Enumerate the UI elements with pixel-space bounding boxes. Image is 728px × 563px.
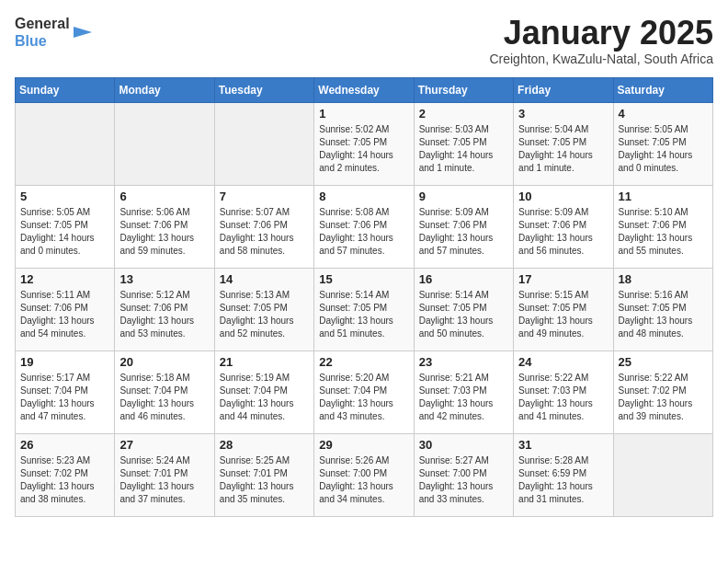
day-number: 18 xyxy=(619,272,708,286)
day-number: 31 xyxy=(518,438,608,452)
day-number: 10 xyxy=(518,190,608,203)
calendar-cell: 1Sunrise: 5:02 AMSunset: 7:05 PMDaylight… xyxy=(314,102,414,185)
day-number: 8 xyxy=(319,190,408,203)
day-info: Sunrise: 5:07 AMSunset: 7:06 PMDaylight:… xyxy=(220,206,309,258)
day-info: Sunrise: 5:24 AMSunset: 7:01 PMDaylight:… xyxy=(119,454,209,506)
calendar-cell: 21Sunrise: 5:19 AMSunset: 7:04 PMDayligh… xyxy=(214,350,313,433)
calendar-cell: 8Sunrise: 5:08 AMSunset: 7:06 PMDaylight… xyxy=(314,185,414,268)
calendar-cell: 30Sunrise: 5:27 AMSunset: 7:00 PMDayligh… xyxy=(414,433,513,516)
day-number: 2 xyxy=(419,107,508,121)
day-info: Sunrise: 5:25 AMSunset: 7:01 PMDaylight:… xyxy=(220,454,309,506)
day-info: Sunrise: 5:19 AMSunset: 7:04 PMDaylight:… xyxy=(220,372,309,423)
day-info: Sunrise: 5:20 AMSunset: 7:04 PMDaylight:… xyxy=(319,372,408,423)
calendar-cell xyxy=(613,433,712,516)
day-number: 21 xyxy=(220,355,309,369)
calendar-cell xyxy=(214,102,313,185)
calendar-cell: 24Sunrise: 5:22 AMSunset: 7:03 PMDayligh… xyxy=(514,350,613,433)
calendar-cell: 11Sunrise: 5:10 AMSunset: 7:06 PMDayligh… xyxy=(613,185,712,268)
day-info: Sunrise: 5:03 AMSunset: 7:05 PMDaylight:… xyxy=(419,123,508,175)
weekday-header-friday: Friday xyxy=(514,77,613,102)
day-info: Sunrise: 5:22 AMSunset: 7:03 PMDaylight:… xyxy=(518,372,608,423)
day-info: Sunrise: 5:26 AMSunset: 7:00 PMDaylight:… xyxy=(319,454,408,506)
svg-marker-0 xyxy=(74,27,92,38)
day-info: Sunrise: 5:27 AMSunset: 7:00 PMDaylight:… xyxy=(419,454,508,506)
day-number: 14 xyxy=(220,272,309,286)
day-info: Sunrise: 5:28 AMSunset: 6:59 PMDaylight:… xyxy=(518,454,608,506)
day-number: 3 xyxy=(518,107,608,121)
calendar-cell: 3Sunrise: 5:04 AMSunset: 7:05 PMDaylight… xyxy=(514,102,613,185)
calendar-cell: 22Sunrise: 5:20 AMSunset: 7:04 PMDayligh… xyxy=(314,350,414,433)
calendar-cell: 26Sunrise: 5:23 AMSunset: 7:02 PMDayligh… xyxy=(16,433,115,516)
weekday-header-sunday: Sunday xyxy=(16,77,115,102)
day-info: Sunrise: 5:23 AMSunset: 7:02 PMDaylight:… xyxy=(20,454,109,506)
day-number: 15 xyxy=(319,272,408,286)
location-subtitle: Creighton, KwaZulu-Natal, South Africa xyxy=(489,52,713,66)
day-info: Sunrise: 5:09 AMSunset: 7:06 PMDaylight:… xyxy=(518,206,608,258)
day-number: 12 xyxy=(20,272,109,286)
calendar-cell: 28Sunrise: 5:25 AMSunset: 7:01 PMDayligh… xyxy=(214,433,313,516)
day-info: Sunrise: 5:05 AMSunset: 7:05 PMDaylight:… xyxy=(20,206,109,258)
day-info: Sunrise: 5:08 AMSunset: 7:06 PMDaylight:… xyxy=(319,206,408,258)
calendar-cell: 19Sunrise: 5:17 AMSunset: 7:04 PMDayligh… xyxy=(16,350,115,433)
day-info: Sunrise: 5:14 AMSunset: 7:05 PMDaylight:… xyxy=(419,289,508,340)
calendar-cell: 23Sunrise: 5:21 AMSunset: 7:03 PMDayligh… xyxy=(414,350,513,433)
page-header: General Blue January 2025 Creighton, Kwa… xyxy=(15,15,713,66)
day-number: 22 xyxy=(319,355,408,369)
calendar-cell: 18Sunrise: 5:16 AMSunset: 7:05 PMDayligh… xyxy=(613,268,712,350)
weekday-header-tuesday: Tuesday xyxy=(214,77,313,102)
day-number: 28 xyxy=(220,438,309,452)
calendar-cell: 9Sunrise: 5:09 AMSunset: 7:06 PMDaylight… xyxy=(414,185,513,268)
day-info: Sunrise: 5:15 AMSunset: 7:05 PMDaylight:… xyxy=(518,289,608,340)
day-number: 17 xyxy=(518,272,608,286)
logo-arrow-icon xyxy=(74,23,92,41)
calendar-cell xyxy=(115,102,214,185)
calendar-cell: 2Sunrise: 5:03 AMSunset: 7:05 PMDaylight… xyxy=(414,102,513,185)
title-block: January 2025 Creighton, KwaZulu-Natal, S… xyxy=(489,15,713,66)
day-info: Sunrise: 5:18 AMSunset: 7:04 PMDaylight:… xyxy=(119,372,209,423)
day-number: 19 xyxy=(20,355,109,369)
calendar-cell: 31Sunrise: 5:28 AMSunset: 6:59 PMDayligh… xyxy=(514,433,613,516)
weekday-header-saturday: Saturday xyxy=(613,77,712,102)
weekday-header-monday: Monday xyxy=(115,77,214,102)
weekday-header-wednesday: Wednesday xyxy=(314,77,414,102)
calendar-cell: 6Sunrise: 5:06 AMSunset: 7:06 PMDaylight… xyxy=(115,185,214,268)
calendar-cell: 10Sunrise: 5:09 AMSunset: 7:06 PMDayligh… xyxy=(514,185,613,268)
day-number: 16 xyxy=(419,272,508,286)
day-number: 1 xyxy=(319,107,408,121)
calendar-cell: 16Sunrise: 5:14 AMSunset: 7:05 PMDayligh… xyxy=(414,268,513,350)
calendar-cell: 12Sunrise: 5:11 AMSunset: 7:06 PMDayligh… xyxy=(16,268,115,350)
calendar-cell xyxy=(16,102,115,185)
logo: General Blue xyxy=(15,15,92,50)
day-info: Sunrise: 5:22 AMSunset: 7:02 PMDaylight:… xyxy=(619,372,708,423)
day-number: 23 xyxy=(419,355,508,369)
day-info: Sunrise: 5:10 AMSunset: 7:06 PMDaylight:… xyxy=(619,206,708,258)
day-info: Sunrise: 5:02 AMSunset: 7:05 PMDaylight:… xyxy=(319,123,408,175)
day-info: Sunrise: 5:16 AMSunset: 7:05 PMDaylight:… xyxy=(619,289,708,340)
day-info: Sunrise: 5:09 AMSunset: 7:06 PMDaylight:… xyxy=(419,206,508,258)
day-number: 11 xyxy=(619,190,708,203)
day-info: Sunrise: 5:21 AMSunset: 7:03 PMDaylight:… xyxy=(419,372,508,423)
month-title: January 2025 xyxy=(489,15,713,52)
day-info: Sunrise: 5:14 AMSunset: 7:05 PMDaylight:… xyxy=(319,289,408,340)
calendar-cell: 20Sunrise: 5:18 AMSunset: 7:04 PMDayligh… xyxy=(115,350,214,433)
logo-text: General Blue xyxy=(15,15,70,50)
day-info: Sunrise: 5:05 AMSunset: 7:05 PMDaylight:… xyxy=(619,123,708,175)
day-info: Sunrise: 5:11 AMSunset: 7:06 PMDaylight:… xyxy=(20,289,109,340)
day-number: 20 xyxy=(119,355,209,369)
calendar-cell: 27Sunrise: 5:24 AMSunset: 7:01 PMDayligh… xyxy=(115,433,214,516)
day-number: 25 xyxy=(619,355,708,369)
calendar-table: SundayMondayTuesdayWednesdayThursdayFrid… xyxy=(15,77,713,517)
calendar-cell: 29Sunrise: 5:26 AMSunset: 7:00 PMDayligh… xyxy=(314,433,414,516)
day-info: Sunrise: 5:17 AMSunset: 7:04 PMDaylight:… xyxy=(20,372,109,423)
day-number: 7 xyxy=(220,190,309,203)
day-number: 30 xyxy=(419,438,508,452)
day-number: 6 xyxy=(119,190,209,203)
calendar-cell: 15Sunrise: 5:14 AMSunset: 7:05 PMDayligh… xyxy=(314,268,414,350)
day-number: 5 xyxy=(20,190,109,203)
calendar-cell: 25Sunrise: 5:22 AMSunset: 7:02 PMDayligh… xyxy=(613,350,712,433)
day-info: Sunrise: 5:06 AMSunset: 7:06 PMDaylight:… xyxy=(119,206,209,258)
day-number: 4 xyxy=(619,107,708,121)
weekday-header-thursday: Thursday xyxy=(414,77,513,102)
day-number: 27 xyxy=(119,438,209,452)
calendar-cell: 7Sunrise: 5:07 AMSunset: 7:06 PMDaylight… xyxy=(214,185,313,268)
